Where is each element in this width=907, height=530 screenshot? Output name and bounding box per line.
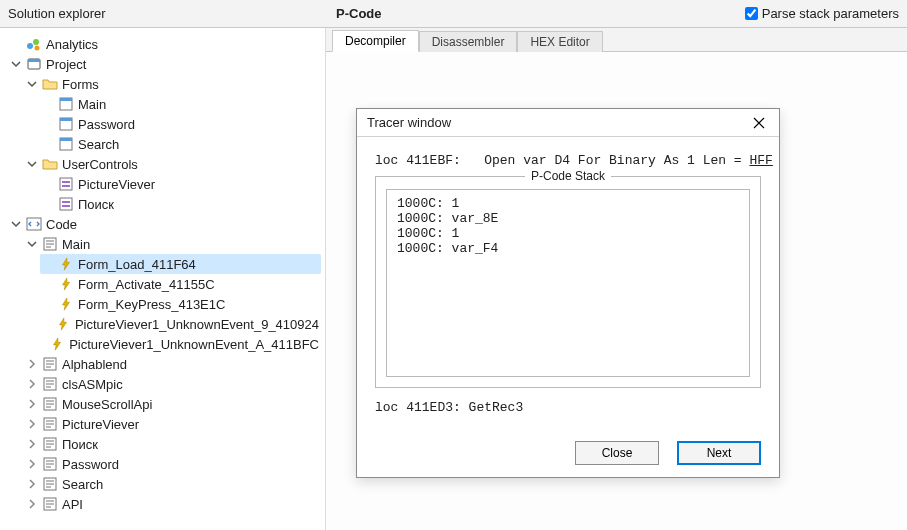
svg-rect-8 (60, 118, 72, 121)
parse-stack-checkbox[interactable] (745, 7, 758, 20)
lightning-icon (58, 256, 74, 272)
module-icon (42, 416, 58, 432)
tree-label: MouseScrollApi (62, 397, 152, 412)
module-icon (42, 356, 58, 372)
content-tabs: Decompiler Disassembler HEX Editor (326, 28, 907, 52)
lightning-icon (58, 296, 74, 312)
tree-label: Form_KeyPress_413E1C (78, 297, 225, 312)
tree-node-module[interactable]: PictureViever (24, 414, 321, 434)
close-icon[interactable] (745, 112, 773, 134)
stack-line: 1000C: var_8E (397, 211, 739, 226)
svg-rect-4 (28, 59, 40, 62)
tracer-titlebar[interactable]: Tracer window (357, 109, 779, 137)
module-icon (42, 436, 58, 452)
svg-point-2 (35, 46, 40, 51)
tree-node-module[interactable]: clsASMpic (24, 374, 321, 394)
parse-stack-label: Parse stack parameters (762, 6, 899, 21)
solution-explorer-title: Solution explorer (8, 6, 326, 21)
chevron-right-icon[interactable] (26, 478, 38, 490)
tree-label: Search (62, 477, 103, 492)
module-icon (42, 376, 58, 392)
project-icon (26, 56, 42, 72)
tree-label: PictureViever1_UnknownEvent_9_410924 (75, 317, 319, 332)
tree-label: Password (62, 457, 119, 472)
user-control-icon (58, 196, 74, 212)
chevron-down-icon[interactable] (26, 238, 38, 250)
tree-label: Main (62, 237, 90, 252)
tree-node-usercontrol[interactable]: Поиск (40, 194, 321, 214)
folder-open-icon (42, 76, 58, 92)
tree-node-form[interactable]: Main (40, 94, 321, 114)
next-button[interactable]: Next (677, 441, 761, 465)
tree-node-project[interactable]: Project (8, 54, 321, 74)
chevron-right-icon[interactable] (26, 378, 38, 390)
chevron-right-icon[interactable] (26, 358, 38, 370)
svg-rect-11 (60, 178, 72, 190)
lightning-icon (49, 336, 65, 352)
tree-node-usercontrol[interactable]: PictureViever (40, 174, 321, 194)
parse-stack-toggle[interactable]: Parse stack parameters (745, 6, 899, 21)
tree-node-module[interactable]: Search (24, 474, 321, 494)
pcode-stack-group: P-Code Stack 1000C: 11000C: var_8E1000C:… (375, 176, 761, 388)
stack-caption: P-Code Stack (525, 169, 611, 183)
close-button[interactable]: Close (575, 441, 659, 465)
tracer-window: Tracer window loc 411EBF: Open var D4 Fo… (356, 108, 780, 478)
chevron-down-icon[interactable] (26, 78, 38, 90)
tab-disassembler[interactable]: Disassembler (419, 31, 518, 52)
svg-point-1 (33, 39, 39, 45)
tab-hex-editor[interactable]: HEX Editor (517, 31, 602, 52)
tree-node-forms[interactable]: Forms (24, 74, 321, 94)
chevron-right-icon[interactable] (26, 398, 38, 410)
tree-node-module[interactable]: MouseScrollApi (24, 394, 321, 414)
tracer-current-instruction: loc 411EBF: Open var D4 For Binary As 1 … (375, 153, 761, 168)
svg-rect-15 (62, 201, 70, 203)
tree-label: API (62, 497, 83, 512)
svg-rect-12 (62, 181, 70, 183)
chevron-right-icon[interactable] (26, 498, 38, 510)
tree-node-module[interactable]: Alphablend (24, 354, 321, 374)
pcode-stack-box: 1000C: 11000C: var_8E1000C: 11000C: var_… (386, 189, 750, 377)
chevron-down-icon[interactable] (10, 58, 22, 70)
tree-node-code-main[interactable]: Main (24, 234, 321, 254)
chevron-right-icon[interactable] (26, 458, 38, 470)
lightning-icon (58, 276, 74, 292)
tree-label: Project (46, 57, 86, 72)
chevron-down-icon[interactable] (26, 158, 38, 170)
tree-label: UserControls (62, 157, 138, 172)
tree-node-procedure[interactable]: PictureViever1_UnknownEvent_9_410924 (40, 314, 321, 334)
tree-label: Analytics (46, 37, 98, 52)
tree-node-procedure[interactable]: Form_Load_411F64 (40, 254, 321, 274)
tree-node-usercontrols[interactable]: UserControls (24, 154, 321, 174)
tree-node-form[interactable]: Password (40, 114, 321, 134)
tree-node-analytics[interactable]: Analytics (8, 34, 321, 54)
tree-node-procedure[interactable]: PictureViever1_UnknownEvent_A_411BFC (40, 334, 321, 354)
svg-rect-6 (60, 98, 72, 101)
user-control-icon (58, 176, 74, 192)
tree-label: Main (78, 97, 106, 112)
tree-node-procedure[interactable]: Form_Activate_41155C (40, 274, 321, 294)
stack-line: 1000C: 1 (397, 226, 739, 241)
tree-node-form[interactable]: Search (40, 134, 321, 154)
tree-label: Alphablend (62, 357, 127, 372)
tracer-link[interactable]: HFF (749, 153, 772, 168)
tree-node-code[interactable]: Code (8, 214, 321, 234)
content-panel: Decompiler Disassembler HEX Editor Trace… (326, 28, 907, 530)
top-header: Solution explorer P-Code Parse stack par… (0, 0, 907, 28)
folder-open-icon (42, 156, 58, 172)
chevron-right-icon[interactable] (26, 418, 38, 430)
analytics-icon (26, 36, 42, 52)
svg-point-0 (27, 43, 33, 49)
code-icon (26, 216, 42, 232)
form-icon (58, 116, 74, 132)
tree-node-module[interactable]: Поиск (24, 434, 321, 454)
module-icon (42, 476, 58, 492)
tree-node-module[interactable]: API (24, 494, 321, 514)
tab-decompiler[interactable]: Decompiler (332, 30, 419, 52)
tree-node-procedure[interactable]: Form_KeyPress_413E1C (40, 294, 321, 314)
tree-node-module[interactable]: Password (24, 454, 321, 474)
tree-label: PictureViever (78, 177, 155, 192)
svg-rect-10 (60, 138, 72, 141)
tree: Analytics Project (4, 34, 321, 514)
chevron-right-icon[interactable] (26, 438, 38, 450)
chevron-down-icon[interactable] (10, 218, 22, 230)
